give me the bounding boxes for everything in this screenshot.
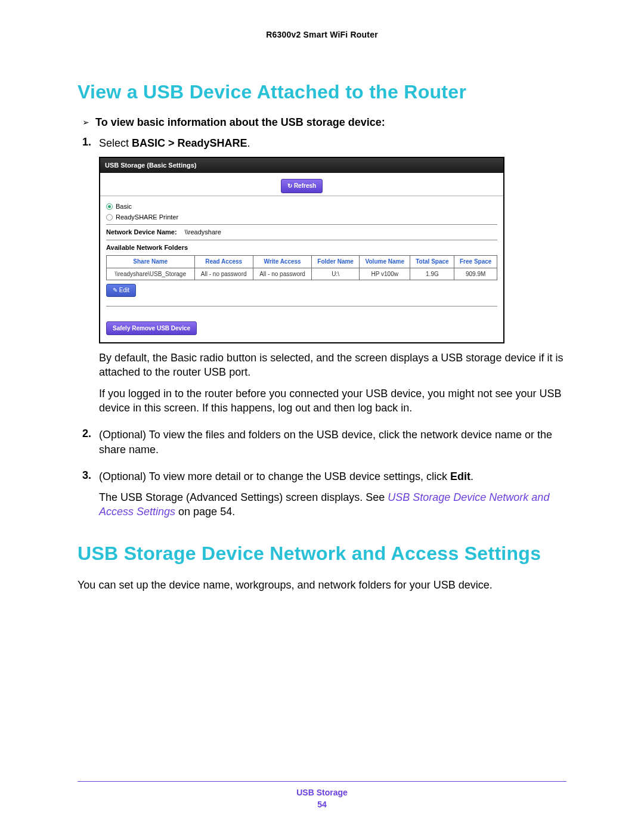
refresh-icon: ↻: [287, 182, 292, 189]
th-read-access: Read Access: [194, 256, 253, 268]
radio-basic[interactable]: [106, 203, 113, 210]
radio-readyshare-printer-label: ReadySHARE Printer: [116, 213, 178, 222]
heading-2: USB Storage Device Network and Access Se…: [78, 543, 566, 565]
page-footer: USB Storage 54: [78, 781, 566, 809]
safely-remove-button[interactable]: Safely Remove USB Device: [106, 321, 197, 336]
cell-total-space: 1.9G: [410, 268, 454, 280]
radio-readyshare-printer[interactable]: [106, 214, 113, 221]
ui-screenshot: USB Storage (Basic Settings) ↻Refresh Ba…: [99, 157, 504, 343]
step-3-paragraph-2: The USB Storage (Advanced Settings) scre…: [99, 490, 566, 519]
network-device-label: Network Device Name:: [106, 228, 177, 236]
step-3-text: (Optional) To view more detail or to cha…: [99, 469, 566, 484]
th-free-space: Free Space: [454, 256, 497, 268]
pencil-icon: ✎: [113, 287, 119, 293]
cell-volume-name: HP v100w: [360, 268, 410, 280]
doc-header: R6300v2 Smart WiFi Router: [78, 30, 566, 39]
step-1-paragraph-1: By default, the Basic radio button is se…: [99, 351, 566, 380]
refresh-button[interactable]: ↻Refresh: [281, 179, 323, 193]
th-total-space: Total Space: [410, 256, 454, 268]
edit-button[interactable]: ✎ Edit: [106, 284, 136, 297]
procedure-intro: To view basic information about the USB …: [95, 116, 385, 129]
folders-table: Share Name Read Access Write Access Fold…: [106, 255, 497, 280]
network-device-value: \\readyshare: [185, 228, 221, 236]
step-number-3: 3.: [82, 469, 93, 526]
ui-titlebar: USB Storage (Basic Settings): [100, 158, 503, 173]
step-1-paragraph-2: If you logged in to the router before yo…: [99, 386, 566, 416]
step-number-1: 1.: [82, 136, 93, 422]
step-2-text: (Optional) To view the files and folders…: [99, 428, 566, 457]
footer-section: USB Storage: [78, 788, 566, 797]
step-1-text: Select BASIC > ReadySHARE.: [99, 136, 566, 150]
cell-write-access: All - no password: [253, 268, 311, 280]
available-folders-label: Available Network Folders: [106, 243, 497, 252]
heading-1: View a USB Device Attached to the Router: [78, 81, 566, 103]
cell-share-name: \\readyshare\USB_Storage: [107, 268, 195, 280]
radio-basic-label: Basic: [116, 202, 132, 211]
cell-read-access: All - no password: [194, 268, 253, 280]
cell-folder-name: U:\: [312, 268, 360, 280]
th-folder-name: Folder Name: [312, 256, 360, 268]
th-write-access: Write Access: [253, 256, 311, 268]
arrow-icon: ➢: [82, 117, 89, 127]
step-number-2: 2.: [82, 428, 93, 463]
heading-2-paragraph: You can set up the device name, workgrou…: [78, 578, 566, 592]
footer-page-number: 54: [78, 800, 566, 809]
table-row[interactable]: \\readyshare\USB_Storage All - no passwo…: [107, 268, 497, 280]
th-volume-name: Volume Name: [360, 256, 410, 268]
th-share-name: Share Name: [107, 256, 195, 268]
cell-free-space: 909.9M: [454, 268, 497, 280]
